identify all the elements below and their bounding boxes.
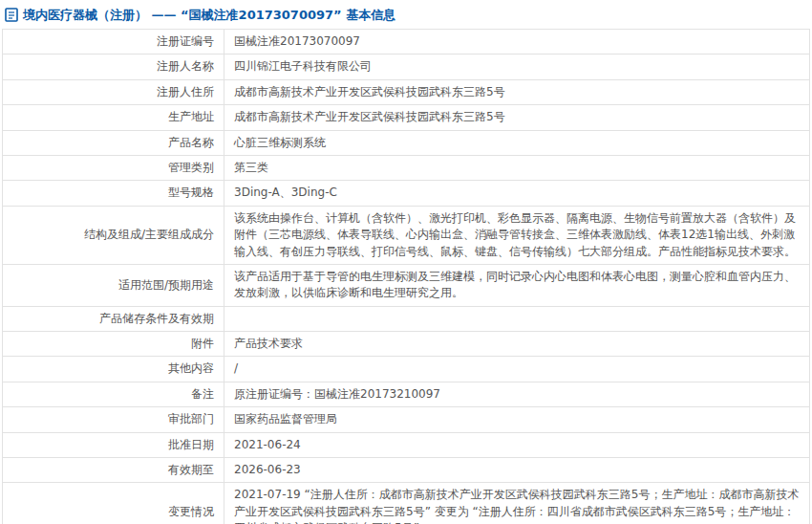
row-value: 四川锦江电子科技有限公司	[224, 55, 810, 79]
row-value: 原注册证编号：国械注准20173210097	[224, 382, 810, 406]
row-label: 批准日期	[3, 432, 224, 457]
table-row: 变更情况 2021-07-19 “注册人住所：成都市高新技术产业开发区武侯科技园…	[3, 483, 810, 524]
row-label: 其他内容	[3, 357, 224, 382]
info-table: 注册证编号 国械注准20173070097 注册人名称 四川锦江电子科技有限公司…	[2, 29, 810, 524]
row-value: 2021-06-24	[224, 432, 810, 457]
row-value: 该产品适用于基于导管的电生理标测及三维建模，同时记录心内心电图和体表心电图，测量…	[224, 264, 810, 306]
row-value: /	[224, 357, 810, 382]
row-label: 适用范围/预期用途	[3, 264, 224, 306]
table-row: 审批部门 国家药品监督管理局	[3, 407, 810, 432]
table-row: 批准日期 2021-06-24	[3, 432, 810, 457]
row-value: 国械注准20173070097	[224, 30, 810, 55]
table-row: 注册人住所 成都市高新技术产业开发区武侯科技园武科东三路5号	[3, 79, 810, 104]
row-value: 成都市高新技术产业开发区武侯科技园武科东三路5号	[224, 79, 810, 104]
row-label: 注册人名称	[3, 55, 224, 79]
row-label: 审批部门	[3, 407, 224, 432]
row-value: 心脏三维标测系统	[224, 130, 810, 155]
row-label: 管理类别	[3, 155, 224, 180]
row-label: 备注	[3, 382, 224, 406]
row-label: 结构及组成/主要组成成分	[3, 206, 224, 264]
table-row: 适用范围/预期用途 该产品适用于基于导管的电生理标测及三维建模，同时记录心内心电…	[3, 264, 810, 306]
document-icon	[5, 8, 18, 22]
table-row: 管理类别 第三类	[3, 155, 810, 180]
row-value: 3Ding-A、3Ding-C	[224, 181, 810, 206]
row-value: 成都市高新技术产业开发区武侯科技园武科东三路5号	[224, 105, 810, 130]
row-value: 国家药品监督管理局	[224, 407, 810, 432]
row-label: 生产地址	[3, 105, 224, 130]
row-label: 附件	[3, 332, 224, 357]
row-value: 第三类	[224, 155, 810, 180]
row-label: 注册人住所	[3, 79, 224, 104]
row-label: 产品储存条件及有效期	[3, 306, 224, 331]
table-row: 附件 产品技术要求	[3, 332, 810, 357]
page-title: 境内医疗器械（注册） —— “国械注准20173070097” 基本信息	[23, 7, 395, 24]
row-label: 变更情况	[3, 483, 224, 524]
row-value: 2021-07-19 “注册人住所：成都市高新技术产业开发区武侯科技园武科东三路…	[224, 483, 810, 524]
table-row: 结构及组成/主要组成成分 该系统由操作台、计算机（含软件）、激光打印机、彩色显示…	[3, 206, 810, 264]
table-row: 备注 原注册证编号：国械注准20173210097	[3, 382, 810, 406]
table-row: 注册人名称 四川锦江电子科技有限公司	[3, 55, 810, 79]
table-row: 其他内容 /	[3, 357, 810, 382]
table-row: 型号规格 3Ding-A、3Ding-C	[3, 181, 810, 206]
table-row: 产品储存条件及有效期	[3, 306, 810, 331]
row-value: 产品技术要求	[224, 332, 810, 357]
table-row: 产品名称 心脏三维标测系统	[3, 130, 810, 155]
row-label: 有效期至	[3, 458, 224, 483]
row-value	[224, 306, 810, 331]
table-row: 生产地址 成都市高新技术产业开发区武侯科技园武科东三路5号	[3, 105, 810, 130]
row-label: 型号规格	[3, 181, 224, 206]
row-label: 产品名称	[3, 130, 224, 155]
table-row: 注册证编号 国械注准20173070097	[3, 30, 810, 55]
page-header: 境内医疗器械（注册） —— “国械注准20173070097” 基本信息	[0, 0, 812, 29]
row-value: 2026-06-23	[224, 458, 810, 483]
row-label: 注册证编号	[3, 30, 224, 55]
row-value: 该系统由操作台、计算机（含软件）、激光打印机、彩色显示器、隔离电源、生物信号前置…	[224, 206, 810, 264]
table-row: 有效期至 2026-06-23	[3, 458, 810, 483]
